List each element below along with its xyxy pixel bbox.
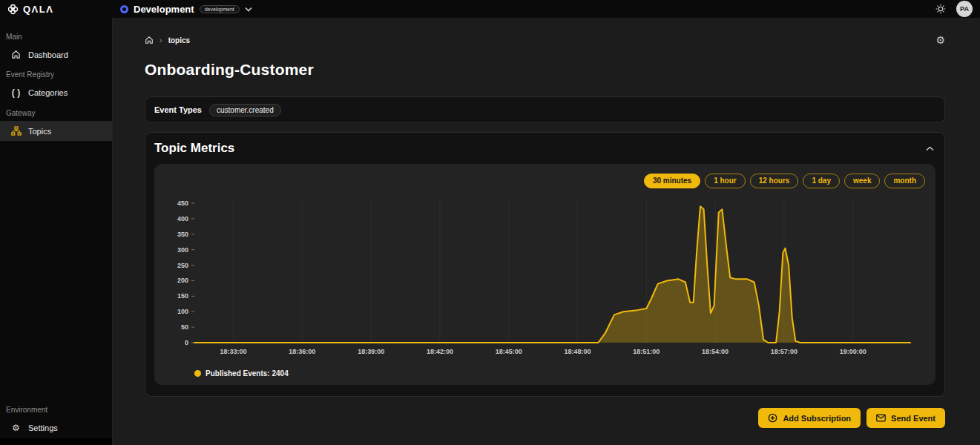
chevron-up-collapse-icon[interactable] — [924, 145, 935, 153]
theme-toggle-sun-icon[interactable] — [935, 4, 946, 14]
event-types-label: Event Types — [154, 105, 202, 114]
svg-text:250: 250 — [177, 262, 188, 269]
sidebar-section-main: Main — [0, 27, 112, 44]
chart-legend: Published Events: 2404 — [194, 369, 925, 378]
range-week-button[interactable]: week — [844, 174, 880, 188]
plus-circle-icon — [768, 413, 777, 423]
logo-text: QΛLΛ — [23, 4, 53, 15]
sidebar-item-dashboard[interactable]: Dashboard — [0, 44, 112, 65]
sidebar-footer-strip — [0, 438, 112, 445]
svg-text:300: 300 — [177, 246, 188, 254]
environment-status-icon — [120, 5, 128, 13]
sidebar: Main Dashboard Event Registry ( ) Catego… — [0, 18, 113, 445]
code-icon: ( ) — [10, 88, 22, 98]
svg-text:450: 450 — [177, 200, 188, 207]
legend-dot-icon — [194, 370, 201, 377]
published-events-chart: 18:33:0018:36:0018:39:0018:42:0018:45:00… — [165, 194, 927, 366]
svg-text:19:00:00: 19:00:00 — [840, 348, 866, 355]
range-30-minutes-button[interactable]: 30 minutes — [644, 174, 700, 188]
svg-text:100: 100 — [177, 308, 188, 315]
send-event-label: Send Event — [891, 414, 935, 423]
svg-text:150: 150 — [177, 292, 188, 300]
svg-text:350: 350 — [177, 231, 188, 238]
breadcrumb-separator: › — [160, 36, 162, 44]
range-1-day-button[interactable]: 1 day — [803, 174, 840, 188]
topics-icon — [10, 126, 22, 136]
svg-text:18:45:00: 18:45:00 — [496, 348, 522, 355]
event-types-card: Event Types customer.created — [145, 96, 945, 123]
envelope-icon — [876, 414, 886, 422]
sidebar-section-event-registry: Event Registry — [0, 65, 112, 82]
environment-badge: development — [200, 5, 240, 13]
svg-text:18:54:00: 18:54:00 — [702, 348, 729, 355]
environment-switcher[interactable]: Development development — [120, 4, 252, 15]
range-12-hours-button[interactable]: 12 hours — [750, 174, 799, 188]
sidebar-item-label: Settings — [28, 423, 58, 432]
page-actions: Add Subscription Send Event — [145, 408, 945, 428]
metrics-chart-panel: 30 minutes 1 hour 12 hours 1 day week mo… — [154, 164, 935, 385]
user-avatar[interactable]: PA — [956, 1, 973, 17]
environment-name: Development — [134, 4, 194, 15]
svg-text:50: 50 — [181, 323, 188, 331]
svg-text:18:42:00: 18:42:00 — [427, 348, 453, 355]
send-event-button[interactable]: Send Event — [866, 408, 945, 428]
range-1-hour-button[interactable]: 1 hour — [705, 174, 746, 188]
add-subscription-label: Add Subscription — [783, 414, 851, 423]
sidebar-item-categories[interactable]: ( ) Categories — [0, 82, 112, 103]
topic-metrics-card: Topic Metrics 30 minutes 1 hour 12 hours… — [145, 132, 945, 397]
breadcrumb: › topics ⚙ — [145, 34, 945, 46]
main-content: › topics ⚙ Onboarding-Customer Event Typ… — [113, 18, 980, 445]
svg-text:18:51:00: 18:51:00 — [633, 348, 660, 355]
add-subscription-button[interactable]: Add Subscription — [758, 408, 861, 428]
gear-icon: ⚙ — [10, 423, 22, 433]
time-range-selector: 30 minutes 1 hour 12 hours 1 day week mo… — [165, 174, 925, 188]
topbar: QΛLΛ Development development PA — [0, 0, 980, 18]
svg-text:200: 200 — [177, 277, 188, 284]
sidebar-item-topics[interactable]: Topics — [0, 121, 112, 141]
chevron-down-icon — [245, 7, 252, 12]
svg-text:18:33:00: 18:33:00 — [220, 348, 247, 355]
page-settings-gear-icon[interactable]: ⚙ — [935, 35, 945, 45]
knot-logo-icon — [7, 4, 19, 15]
sidebar-item-label: Dashboard — [28, 50, 68, 59]
page-title: Onboarding-Customer — [145, 61, 945, 79]
sidebar-section-gateway: Gateway — [0, 103, 112, 121]
svg-text:18:36:00: 18:36:00 — [289, 348, 315, 355]
breadcrumb-home-icon[interactable] — [145, 36, 154, 44]
breadcrumb-current[interactable]: topics — [168, 36, 190, 44]
sidebar-item-settings[interactable]: ⚙ Settings — [0, 418, 112, 438]
svg-text:18:48:00: 18:48:00 — [565, 348, 591, 355]
range-month-button[interactable]: month — [884, 174, 925, 188]
svg-text:400: 400 — [177, 215, 188, 222]
svg-text:0: 0 — [185, 339, 188, 346]
sidebar-item-label: Categories — [28, 88, 68, 97]
home-icon — [10, 50, 22, 59]
app-logo[interactable]: QΛLΛ — [0, 4, 113, 15]
legend-label: Published Events: 2404 — [205, 369, 289, 378]
sidebar-section-environment: Environment — [0, 400, 112, 418]
event-type-chip[interactable]: customer.created — [209, 104, 281, 116]
svg-text:18:39:00: 18:39:00 — [358, 348, 384, 355]
svg-text:18:57:00: 18:57:00 — [771, 348, 798, 355]
metrics-title: Topic Metrics — [154, 141, 234, 156]
sidebar-item-label: Topics — [28, 127, 51, 136]
